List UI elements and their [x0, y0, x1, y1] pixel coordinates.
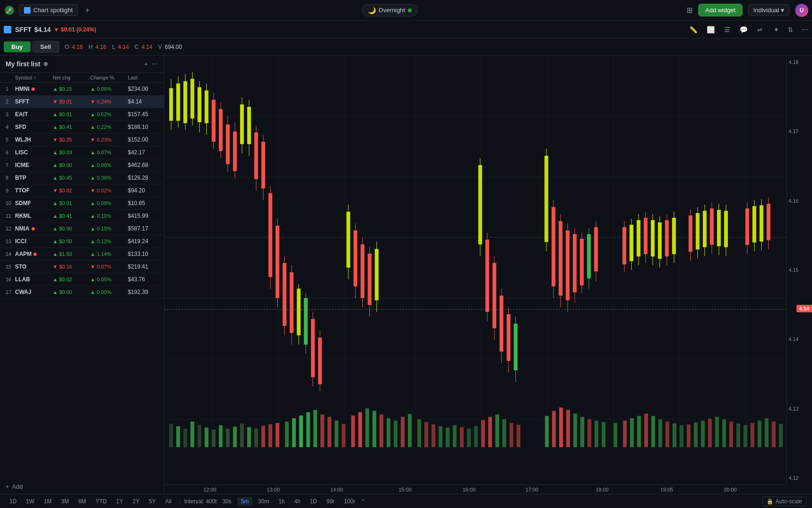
svg-rect-180 — [573, 234, 577, 293]
table-row[interactable]: 5 WLJH ▼ $0.35 ▼ 0.23% $152.00 1,3… — [0, 134, 164, 146]
sell-button[interactable]: Sell — [32, 41, 59, 53]
row-number: 11 — [6, 213, 15, 219]
table-row[interactable]: 17 CWAJ ▲ $0.00 ▲ 0.00% $192.39 — [0, 286, 164, 299]
table-row[interactable]: 16 LLAB ▲ $0.02 ▲ 0.05% $43.76 2… — [0, 273, 164, 286]
o-label: O — [65, 44, 69, 50]
svg-rect-46 — [365, 408, 369, 447]
svg-rect-38 — [306, 412, 310, 447]
svg-rect-162 — [485, 240, 489, 312]
interval-100r[interactable]: 100r — [340, 497, 359, 506]
svg-rect-97 — [757, 421, 761, 447]
svg-rect-89 — [701, 421, 705, 447]
interval-chevron[interactable]: ⌃ — [361, 498, 366, 505]
interval-6m[interactable]: 6M — [75, 497, 90, 506]
interval-all[interactable]: All — [161, 497, 175, 506]
svg-rect-71 — [566, 410, 570, 447]
change-pct-cell: ▲ 0.15% — [90, 226, 128, 231]
interval-1m[interactable]: 1M — [40, 497, 55, 506]
interval-3m[interactable]: 3M — [57, 497, 73, 506]
table-row[interactable]: 13 ICCI ▲ $0.50 ▲ 0.12% $419.24 2,0… — [0, 235, 164, 248]
table-row[interactable]: 7 ICME ▲ $0.00 ▲ 0.00% $462.68 5… — [0, 159, 164, 172]
status-dot — [31, 227, 35, 230]
table-row[interactable]: 15 STO ▼ $0.16 ▼ 0.07% $219.41 25,2… — [0, 261, 164, 273]
add-widget-button[interactable]: Add widget — [698, 4, 742, 16]
interval-1d[interactable]: 1D — [6, 497, 20, 506]
chart-spotlight-tab[interactable]: Chart spotlight — [19, 4, 78, 16]
autoscale-button[interactable]: 🔒 Auto-scale — [762, 497, 806, 506]
time-label-1200: 12:00 — [203, 487, 217, 492]
comment-icon[interactable]: 💬 — [737, 24, 750, 35]
separator-1: | — [179, 498, 180, 505]
table-row[interactable]: 14 AAPM ▲ $1.50 ▲ 1.14% $133.10 258,5… — [0, 248, 164, 261]
interval-2y[interactable]: 2Y — [129, 497, 143, 506]
candlestick-chart[interactable] — [164, 56, 812, 484]
table-row[interactable]: 6 LISC ▲ $0.03 ▲ 0.07% $42.17 1… — [0, 146, 164, 159]
arrow-icon[interactable]: ⇅ — [788, 26, 793, 33]
layout-icon[interactable]: ⊞ — [687, 6, 693, 15]
svg-rect-37 — [299, 415, 303, 447]
col-symbol[interactable]: Symbol ↑ — [15, 75, 53, 80]
svg-rect-192 — [637, 220, 640, 256]
table-row[interactable]: 3 EAIT ▲ $0.81 ▲ 0.52% $157.45 8,3… — [0, 108, 164, 121]
price-change: ▼ $0.01 (0.24%) — [54, 26, 96, 33]
add-symbol-row[interactable]: + Add — [0, 479, 164, 494]
table-row[interactable]: 1 HMNI ▲ $0.15 ▲ 0.06% $234.00 7,8… — [0, 83, 164, 95]
svg-rect-224 — [802, 192, 806, 246]
col-net-chg[interactable]: Net chg — [53, 75, 90, 80]
change-pct-cell: ▲ 0.22% — [90, 124, 128, 130]
table-row[interactable]: 4 SFD ▲ $0.41 ▲ 0.22% $188.10 2,8… — [0, 121, 164, 134]
table-row[interactable]: 12 NMIA ▲ $0.90 ▲ 0.15% $587.17 2,4… — [0, 222, 164, 235]
l-label: L — [112, 44, 115, 50]
compare-icon[interactable]: ⇌ — [755, 24, 765, 35]
interval-4h[interactable]: 4h — [290, 497, 304, 506]
individual-chevron: ▾ — [781, 7, 784, 14]
net-change-cell: ▲ $0.01 — [53, 200, 90, 206]
interval-30m[interactable]: 30m — [254, 497, 273, 506]
more-icon[interactable]: ⋯ — [802, 26, 808, 33]
interval-1y[interactable]: 1Y — [112, 497, 127, 506]
table-row[interactable]: 8 BTP ▲ $0.45 ▲ 0.36% $126.28 1… — [0, 172, 164, 184]
svg-rect-53 — [417, 419, 421, 447]
color-swatch[interactable] — [4, 26, 11, 33]
edit-icon[interactable]: ✏️ — [687, 24, 700, 35]
net-change-cell: ▼ $0.16 — [53, 264, 90, 270]
interval-5y[interactable]: 5Y — [145, 497, 160, 506]
add-tab-button[interactable]: + — [82, 5, 93, 16]
rectangle-icon[interactable]: ⬜ — [704, 24, 717, 35]
table-row[interactable]: 2 SFFT ▼ $0.01 ▼ 0.24% $4.14 : — [0, 95, 164, 108]
net-change-cell: ▲ $0.81 — [53, 111, 90, 117]
change-pct-cell: ▲ 0.12% — [90, 238, 128, 244]
interval-5m[interactable]: 5m — [237, 497, 253, 506]
add-symbol-button[interactable]: + — [144, 60, 148, 68]
table-row[interactable]: 10 SDMF ▲ $0.01 ▲ 0.09% $10.85 2,4… — [0, 197, 164, 210]
interval-1h[interactable]: 1h — [275, 497, 289, 506]
user-avatar[interactable]: U — [795, 4, 808, 17]
interval-1w[interactable]: 1W — [22, 497, 38, 506]
individual-select[interactable]: Individual ▾ — [748, 4, 789, 16]
svg-rect-154 — [360, 244, 364, 298]
list-dropdown-icon[interactable]: ⊕ — [43, 61, 48, 67]
row-number: 9 — [6, 188, 15, 193]
col-change-pct[interactable]: Change % — [90, 75, 128, 80]
table-row[interactable]: 9 TTOF ▼ $0.02 ▼ 0.02% $94.20 4… — [0, 184, 164, 197]
toolbar-icons: ✏️ ⬜ ☰ 💬 ⇌ ✦ ⇅ ⋯ — [687, 24, 808, 35]
table-row[interactable]: 11 RKML ▲ $0.41 ▲ 0.10% $415.99 — [0, 210, 164, 222]
buy-button[interactable]: Buy — [4, 41, 31, 52]
interval-ytd[interactable]: YTD — [92, 497, 110, 506]
status-dot — [31, 87, 35, 91]
sparkle-icon[interactable]: ✦ — [773, 26, 779, 33]
last-price-cell: $42.17 — [128, 149, 164, 156]
interval-1d-chart[interactable]: 1D — [306, 497, 320, 506]
svg-rect-114 — [197, 87, 201, 122]
svg-rect-70 — [559, 407, 563, 447]
row-number: 8 — [6, 175, 15, 181]
lines-icon[interactable]: ☰ — [722, 24, 733, 35]
watchlist-more-button[interactable]: ⋯ — [152, 60, 158, 68]
svg-rect-106 — [169, 88, 173, 120]
overnight-selector[interactable]: 🌙 Overnight — [362, 4, 418, 16]
interval-30s[interactable]: 30s — [219, 497, 235, 506]
change-pct-cell: ▲ 0.00% — [90, 289, 128, 295]
interval-99r[interactable]: 99r — [323, 497, 338, 506]
chart-area[interactable]: 4.18 4.17 4.16 4.15 4.14 4.13 4.12 4.14 … — [164, 56, 812, 494]
col-last[interactable]: Last — [128, 75, 164, 80]
